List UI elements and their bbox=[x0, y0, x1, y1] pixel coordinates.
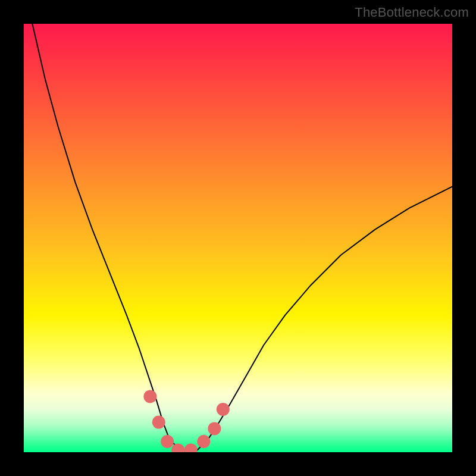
curve-marker bbox=[171, 443, 184, 452]
curve-marker bbox=[143, 390, 156, 403]
chart-frame: TheBottleneck.com bbox=[0, 0, 476, 476]
chart-svg bbox=[24, 24, 452, 452]
curve-line bbox=[24, 24, 452, 452]
curve-marker bbox=[152, 416, 165, 429]
curve-marker bbox=[217, 403, 230, 416]
curve-marker bbox=[208, 422, 221, 435]
curve-marker bbox=[197, 435, 210, 448]
curve-marker bbox=[161, 435, 174, 448]
watermark-text: TheBottleneck.com bbox=[355, 5, 469, 20]
curve-marker bbox=[184, 443, 198, 452]
plot-area bbox=[24, 24, 452, 452]
